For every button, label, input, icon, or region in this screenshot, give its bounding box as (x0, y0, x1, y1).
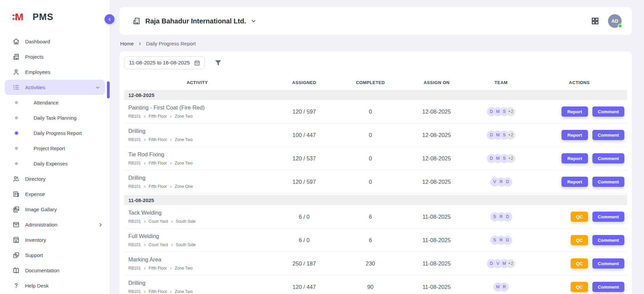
activity-name: Drilling (128, 280, 270, 286)
filter-funnel-icon[interactable] (214, 59, 222, 67)
sidebar-item-directory[interactable]: Directory (0, 171, 110, 187)
active-edge-indicator (107, 81, 110, 98)
sidebar-item-employees[interactable]: Employees (0, 64, 110, 80)
sidebar-subitem-attendance[interactable]: Attendance (0, 95, 110, 110)
date-group-row: 12-08-2025 (124, 90, 627, 100)
comment-button[interactable]: Comment (592, 106, 624, 117)
date-range-input[interactable]: 11-08-2025 to 16-08-2025 (124, 56, 205, 69)
activity-location-path: RB101Court YardSouth Side (128, 242, 270, 247)
sidebar-subitem-label: Attendance (34, 100, 58, 105)
qc-button[interactable]: QC (571, 258, 588, 269)
report-button[interactable]: Report (562, 106, 588, 117)
comment-button[interactable]: Comment (592, 130, 624, 140)
sidebar-item-label: Expense (25, 191, 103, 197)
activity-location-path: RB101Fifth FloorZone Two (128, 266, 270, 271)
location-segment: South Side (176, 242, 196, 247)
team-overflow-badge: +2 (506, 107, 515, 116)
online-status-dot (618, 24, 622, 28)
team-avatars: MR (471, 282, 532, 292)
column-header-assign-on: ASSIGN ON (403, 80, 471, 85)
location-segment: South Side (176, 219, 196, 224)
report-card: 11-08-2025 to 16-08-2025 ACTIVITY ASSIGN… (119, 52, 632, 294)
sidebar-subitem-daily-progress-report[interactable]: Daily Progress Report (0, 125, 110, 141)
assign-on-date: 11-08-2025 (403, 260, 471, 267)
sidebar-item-activities[interactable]: Activities (5, 80, 105, 95)
row-actions: QCComment (532, 212, 627, 222)
brand[interactable]: M PMS (0, 0, 110, 34)
help-icon (12, 282, 20, 290)
completed-value: 0 (338, 132, 403, 138)
list-icon (12, 84, 20, 91)
chevron-right-icon (170, 243, 173, 247)
location-segment: Fifth Floor (149, 161, 167, 165)
location-segment: Fifth Floor (149, 289, 167, 294)
location-segment: RB101 (128, 242, 141, 247)
activity-location-path: RB101Fifth FloorZone Two (128, 289, 270, 294)
comment-button[interactable]: Comment (592, 258, 624, 269)
sidebar-subitem-project-report[interactable]: Project Report (0, 141, 110, 156)
location-segment: Zone Two (175, 161, 192, 165)
chevron-right-icon (138, 42, 142, 46)
sidebar-subitem-daily-expenses[interactable]: Daily Expenses (0, 156, 110, 171)
row-actions: ReportComment (532, 153, 627, 163)
assigned-value: 120 / 597 (270, 109, 338, 115)
chevron-right-icon (98, 222, 103, 227)
location-segment: RB101 (128, 219, 141, 224)
table-row: Drilling RB101Fifth FloorZone One 120 / … (124, 170, 627, 194)
sidebar-item-help-desk[interactable]: Help Desk (0, 278, 110, 293)
table-row: Drilling RB101Fifth FloorZone Two 120 / … (124, 275, 627, 294)
sidebar-subitem-label: Daily Task Planning (34, 115, 76, 121)
sidebar-subitem-daily-task-planning[interactable]: Daily Task Planning (0, 110, 110, 125)
report-button[interactable]: Report (562, 130, 588, 140)
sidebar-item-label: Dashboard (25, 39, 103, 44)
sidebar-nav: DashboardProjectsEmployeesActivitiesAtte… (0, 34, 110, 293)
sidebar-item-documentation[interactable]: Documentation (0, 263, 110, 278)
sidebar-item-administration[interactable]: Administration (0, 217, 110, 232)
location-segment: Court Yard (149, 242, 168, 247)
qc-button[interactable]: QC (571, 212, 588, 222)
company-selector[interactable]: Raja Bahadur International Ltd. (132, 17, 256, 25)
chevron-right-icon (143, 220, 146, 223)
activity-location-path: RB101Fifth FloorZone Two (128, 114, 270, 119)
sidebar-item-label: Directory (25, 176, 103, 182)
people-icon (12, 175, 20, 183)
sidebar-collapse-button[interactable] (105, 14, 114, 24)
sidebar-item-dashboard[interactable]: Dashboard (0, 34, 110, 49)
qc-button[interactable]: QC (571, 235, 588, 245)
store-icon (12, 236, 20, 244)
team-overflow-badge: +2 (506, 131, 515, 140)
sidebar-item-label: Help Desk (25, 283, 103, 289)
chevron-right-icon (169, 185, 172, 188)
report-button[interactable]: Report (562, 177, 588, 187)
comment-button[interactable]: Comment (592, 235, 624, 245)
sidebar-item-image-gallary[interactable]: Image Gallary (0, 202, 110, 217)
comment-button[interactable]: Comment (592, 177, 624, 187)
apps-grid-icon[interactable] (591, 17, 599, 25)
location-segment: Zone One (175, 184, 193, 189)
archive-icon (12, 221, 20, 229)
team-avatars: SRD (471, 212, 532, 221)
team-member-avatar: D (503, 236, 512, 245)
sidebar-item-expense[interactable]: Expense (0, 187, 110, 202)
chevron-right-icon (143, 243, 146, 247)
location-segment: RB101 (128, 161, 141, 165)
bullet-icon (15, 132, 18, 135)
sidebar-item-projects[interactable]: Projects (0, 49, 110, 64)
activity-location-path: RB101Court YardSouth Side (128, 219, 270, 224)
report-button[interactable]: Report (562, 153, 588, 163)
assign-on-date: 12-08-2025 (403, 179, 471, 185)
qc-button[interactable]: QC (571, 282, 588, 292)
sidebar-item-inventory[interactable]: Inventory (0, 232, 110, 248)
chevron-right-icon (169, 267, 172, 270)
comment-button[interactable]: Comment (592, 212, 624, 222)
comment-button[interactable]: Comment (592, 282, 624, 292)
column-header-activity: ACTIVITY (124, 80, 270, 85)
breadcrumb-current: Daily Progress Report (146, 41, 196, 46)
chevron-right-icon (143, 162, 146, 165)
sidebar-item-support[interactable]: Support (0, 248, 110, 263)
comment-button[interactable]: Comment (592, 153, 624, 163)
user-avatar[interactable]: AD (608, 14, 622, 28)
chevron-left-icon (108, 17, 112, 21)
breadcrumb-home-link[interactable]: Home (120, 41, 134, 46)
sidebar-item-label: Activities (25, 84, 90, 90)
